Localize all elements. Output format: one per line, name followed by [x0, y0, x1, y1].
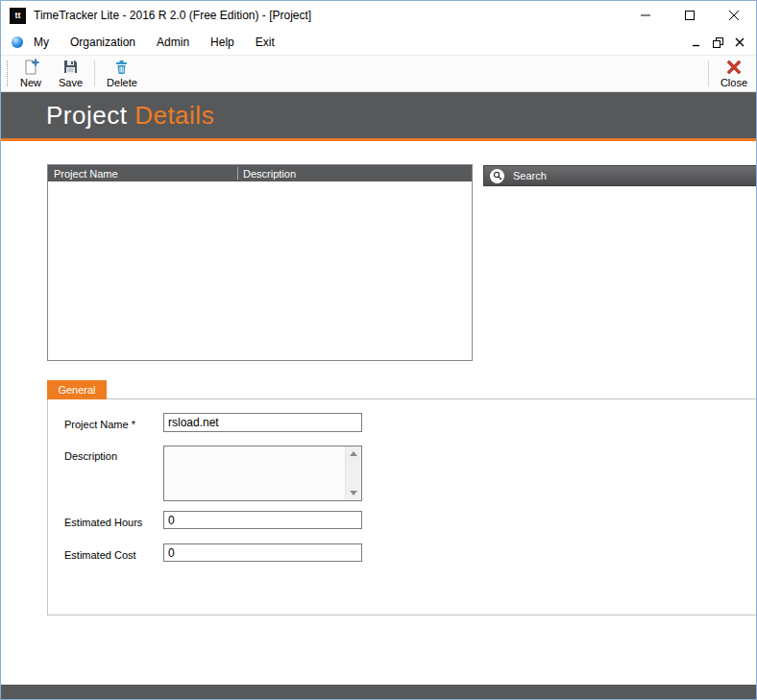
project-name-label: Project Name *	[64, 419, 135, 430]
delete-button-label: Delete	[107, 77, 137, 88]
scroll-up-icon[interactable]	[350, 451, 357, 456]
project-list: Project Name Description	[47, 164, 473, 361]
toolbar-separator	[94, 60, 95, 86]
menu-item-admin[interactable]: Admin	[146, 30, 200, 55]
maximize-button[interactable]	[668, 1, 712, 30]
close-button[interactable]: Close	[712, 56, 756, 91]
close-button-label: Close	[720, 77, 747, 88]
maximize-icon	[685, 11, 695, 20]
new-button-label: New	[20, 77, 41, 88]
column-header-description[interactable]: Description	[238, 168, 296, 180]
magnifier-icon	[490, 169, 504, 183]
mdi-window-controls	[692, 37, 756, 48]
new-document-icon	[23, 59, 39, 75]
minimize-button[interactable]	[623, 1, 668, 30]
menu-item-exit[interactable]: Exit	[245, 30, 285, 55]
menu-bar: My Organization Admin Help Exit	[1, 30, 756, 55]
status-bar	[1, 685, 756, 699]
description-scrollbar[interactable]	[345, 447, 361, 500]
app-window: tt TimeTracker Lite - 2016 R 2.0 (Free E…	[0, 0, 757, 700]
menu-item-my[interactable]: My	[23, 30, 60, 55]
estimated-cost-input[interactable]	[163, 543, 362, 562]
project-list-header: Project Name Description	[48, 165, 472, 181]
floppy-disk-icon	[62, 59, 79, 75]
menu-item-organization[interactable]: Organization	[60, 30, 146, 55]
toolbar-spacer	[146, 56, 705, 91]
save-button-label: Save	[59, 77, 83, 88]
toolbar-grip[interactable]	[7, 60, 8, 86]
mdi-minimize-icon[interactable]	[692, 37, 701, 47]
page-header-band: Project Details	[1, 92, 756, 138]
estimated-hours-input[interactable]	[163, 511, 362, 529]
project-list-body[interactable]	[48, 181, 472, 360]
mdi-restore-icon[interactable]	[713, 37, 723, 48]
toolbar-separator	[708, 60, 709, 86]
mdi-close-icon[interactable]	[735, 37, 745, 47]
general-panel: Project Name * Description Estimated Hou…	[47, 398, 757, 616]
project-name-input[interactable]	[163, 413, 362, 432]
toolbar: New Save Delete	[1, 55, 756, 92]
description-textarea[interactable]	[164, 447, 345, 500]
search-bar[interactable]: Search	[483, 165, 757, 186]
close-icon	[729, 11, 739, 20]
page-title-word1: Project	[46, 101, 127, 130]
window-title: TimeTracker Lite - 2016 R 2.0 (Free Edit…	[34, 9, 311, 22]
title-bar: tt TimeTracker Lite - 2016 R 2.0 (Free E…	[1, 1, 756, 30]
red-x-icon	[726, 60, 742, 75]
new-button[interactable]: New	[12, 56, 50, 91]
close-window-button[interactable]	[712, 1, 756, 30]
page-title: Project Details	[46, 101, 214, 131]
description-label: Description	[64, 450, 117, 462]
estimated-hours-label: Estimated Hours	[64, 517, 142, 528]
accent-divider	[1, 138, 756, 141]
tab-general[interactable]: General	[47, 380, 107, 399]
blue-sphere-icon[interactable]	[12, 36, 23, 48]
minimize-icon	[641, 11, 650, 20]
estimated-cost-label: Estimated Cost	[64, 549, 136, 561]
column-header-project-name[interactable]: Project Name	[48, 168, 237, 180]
trash-icon	[113, 59, 130, 75]
scroll-down-icon[interactable]	[350, 491, 357, 495]
page-title-word2: Details	[134, 101, 214, 130]
delete-button[interactable]: Delete	[98, 56, 146, 91]
save-button[interactable]: Save	[50, 56, 91, 91]
app-icon: tt	[10, 8, 26, 24]
description-field	[163, 446, 362, 501]
search-label: Search	[513, 170, 547, 181]
menu-item-help[interactable]: Help	[200, 30, 245, 55]
window-controls	[623, 1, 756, 30]
